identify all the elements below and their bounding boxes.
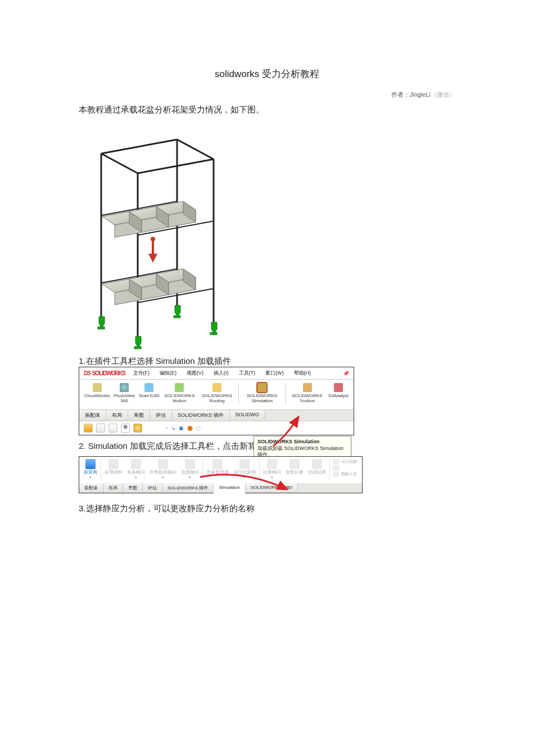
addins-row: CircuitWorks PhotoView 360 ScanTo3D SOLI…	[79, 380, 354, 410]
fm-btn-2[interactable]	[96, 424, 105, 433]
svg-rect-36	[134, 346, 141, 349]
menu-insert[interactable]: 插入(I)	[211, 370, 231, 377]
menubar: DS SOLIDWORKS 文件(F) 编辑(E) 视图(V) 插入(I) 工具…	[79, 367, 354, 380]
fm-btn-5[interactable]	[133, 424, 142, 433]
view-icon-1[interactable]: ‹	[166, 425, 168, 431]
view-icon-3[interactable]: ▣	[179, 425, 184, 431]
btn-new-study[interactable]: 新算例▾	[82, 459, 99, 480]
btn-apply-material[interactable]: 应用材料	[102, 459, 125, 475]
addin-sw-toolbox[interactable]: SOLIDWORKS Toolbox	[288, 383, 327, 404]
menu-view[interactable]: 视图(V)	[184, 370, 206, 377]
tab2-simulation[interactable]: Simulation	[214, 483, 245, 493]
step-1-text: 1.在插件工具栏选择 Simulation 加载插件	[79, 356, 455, 367]
step-3-text: 3.选择静应力分析，可以更改静应力分析的名称	[79, 503, 455, 514]
solidworks-logo: DS SOLIDWORKS	[84, 370, 125, 376]
svg-marker-31	[148, 254, 157, 263]
ribbon-stack: 设计洞察 图解工具	[331, 459, 359, 477]
ribbon-tabs-2: 装配体 布局 草图 评估 SOLIDWORKS 插件 Simulation SO…	[79, 483, 362, 493]
view-icon-4[interactable]: ⬤	[187, 425, 193, 431]
tab2-sw-mbd[interactable]: SOLIDWORKS MBD	[246, 483, 298, 493]
tab-sketch[interactable]: 草图	[128, 410, 150, 421]
fm-btn-1[interactable]	[84, 424, 93, 433]
screenshot-addins: DS SOLIDWORKS 文件(F) 编辑(E) 视图(V) 插入(I) 工具…	[79, 367, 354, 435]
svg-marker-35	[135, 336, 141, 348]
tooltip-title: SOLIDWORKS Simulation	[257, 439, 347, 446]
screenshot-simulation-ribbon: 新算例▾ 应用材料 夹具顾问▾ 外部载荷顾问▾ 连接顾问▾ 壳体管理器 运行此算…	[79, 456, 363, 493]
simulation-ribbon: 新算例▾ 应用材料 夹具顾问▾ 外部载荷顾问▾ 连接顾问▾ 壳体管理器 运行此算…	[79, 457, 362, 483]
feature-manager-bar: ⊕ ‹ ↘ ▣ ⬤ ◌	[79, 421, 354, 435]
svg-rect-40	[210, 332, 217, 335]
btn-connections[interactable]: 连接顾问▾	[179, 459, 201, 480]
view-icon-5[interactable]: ◌	[196, 425, 201, 431]
addin-sw-routing[interactable]: SOLIDWORKS Routing	[198, 383, 236, 404]
svg-line-7	[177, 140, 214, 159]
addin-photoview360[interactable]: PhotoView 360	[111, 383, 137, 404]
svg-line-5	[138, 159, 214, 173]
tab-layout[interactable]: 布局	[106, 410, 128, 421]
btn-external-loads[interactable]: 外部载荷顾问▾	[147, 459, 179, 480]
tab2-sw-addins[interactable]: SOLIDWORKS 插件	[162, 483, 214, 493]
addin-sw-motion[interactable]: SOLIDWORKS Motion	[161, 383, 198, 404]
menu-help[interactable]: 帮助(H)	[292, 370, 314, 377]
intro-text: 本教程通过承载花盆分析花架受力情况，如下图。	[79, 105, 455, 115]
svg-line-4	[101, 140, 177, 154]
svg-line-6	[101, 154, 138, 173]
svg-rect-38	[174, 316, 180, 318]
addin-sw-simulation[interactable]: SOLIDWORKS Simulation	[241, 383, 283, 404]
tab2-assembly[interactable]: 装配体	[79, 483, 103, 493]
tab-sw-addins[interactable]: SOLIDWORKS 插件	[172, 410, 230, 421]
btn-results-advisor[interactable]: 结果顾问▾	[261, 459, 283, 480]
svg-point-32	[151, 237, 155, 241]
tab2-layout[interactable]: 布局	[103, 483, 123, 493]
svg-rect-34	[98, 327, 105, 329]
author-suffix: （微信）	[431, 91, 455, 98]
fm-btn-3[interactable]	[108, 424, 117, 433]
menu-window[interactable]: 窗口(W)	[263, 370, 286, 377]
btn-compare-results[interactable]: 比较结果	[306, 459, 328, 475]
svg-marker-33	[99, 317, 105, 328]
addin-circuitworks[interactable]: CircuitWorks	[83, 383, 111, 399]
btn-shell-manager[interactable]: 壳体管理器	[204, 459, 231, 475]
tab2-sketch[interactable]: 草图	[123, 483, 143, 493]
svg-marker-37	[175, 305, 180, 317]
btn-fixture-advisor[interactable]: 夹具顾问▾	[125, 459, 147, 480]
tab2-evaluate[interactable]: 评估	[143, 483, 162, 493]
rack-illustration	[79, 120, 242, 350]
tab-truncated[interactable]: SOLIDWO	[230, 410, 266, 421]
menu-tools[interactable]: 工具(T)	[237, 370, 258, 377]
menu-file[interactable]: 文件(F)	[131, 370, 152, 377]
addin-scanto3d[interactable]: ScanTo3D	[137, 383, 161, 399]
author-prefix: 作者：	[391, 91, 410, 98]
view-icon-2[interactable]: ↘	[171, 425, 175, 431]
addin-tolanalyst[interactable]: TolAnalyst	[327, 383, 350, 399]
btn-run-study[interactable]: 运行此算例▾	[231, 459, 258, 480]
svg-marker-39	[211, 322, 217, 334]
pin-icon[interactable]: 📌	[343, 371, 349, 376]
author-line: 作者：JingleLi（微信）	[79, 91, 455, 99]
tab-assembly[interactable]: 装配体	[79, 410, 106, 421]
author-name: JingleLi	[410, 91, 431, 98]
ribbon-tabs: 装配体 布局 草图 评估 SOLIDWORKS 插件 SOLIDWO	[79, 410, 354, 421]
page-title: solidworks 受力分析教程	[79, 68, 455, 80]
btn-deformed-result[interactable]: 变形结果	[283, 459, 306, 475]
menu-edit[interactable]: 编辑(E)	[157, 370, 179, 377]
tab-evaluate[interactable]: 评估	[150, 410, 172, 421]
